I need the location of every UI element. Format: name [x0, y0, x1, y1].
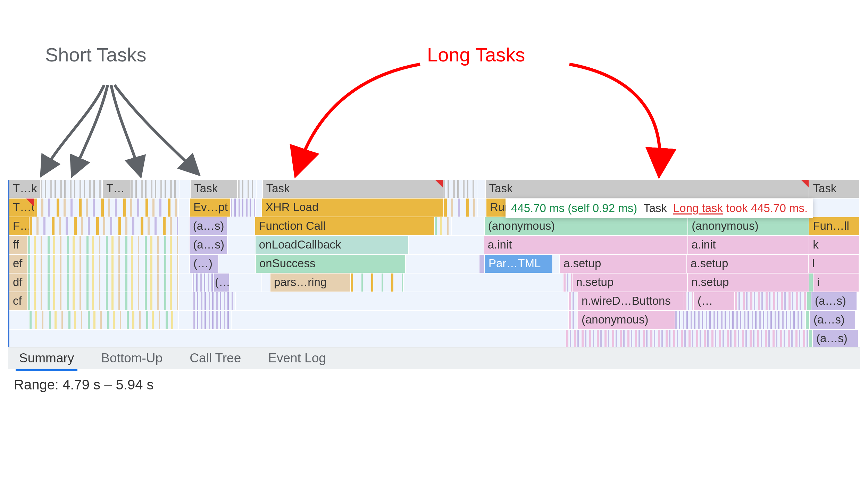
- gap: [477, 180, 485, 198]
- frame-bar[interactable]: a.init: [484, 236, 687, 254]
- tab-call-tree[interactable]: Call Tree: [188, 347, 242, 369]
- long-task-marker-icon: [435, 180, 443, 187]
- frame-bar[interactable]: n.setup: [688, 274, 809, 292]
- task-bar-long[interactable]: Task: [486, 180, 809, 198]
- gap: [232, 311, 568, 329]
- task-sliver-group[interactable]: [131, 180, 179, 198]
- frame-bar[interactable]: l: [809, 255, 859, 273]
- frame-bar[interactable]: ff: [9, 236, 27, 254]
- frame-bar[interactable]: XHR Load: [262, 199, 443, 217]
- task-sliver-group[interactable]: [238, 180, 256, 198]
- gap: [179, 199, 189, 217]
- frame-sliver-group[interactable]: [735, 292, 807, 310]
- gap: [178, 217, 189, 235]
- frame-bar[interactable]: T…d: [9, 199, 34, 217]
- frame-bar[interactable]: (a…s): [190, 217, 227, 235]
- tooltip-long-task-link[interactable]: Long task: [673, 202, 723, 214]
- frame-bar[interactable]: cf: [9, 292, 27, 310]
- frame-sliver[interactable]: [809, 330, 812, 348]
- gap: [219, 255, 255, 273]
- frame-bar[interactable]: a.setup: [560, 255, 686, 273]
- frame-sliver-group[interactable]: [193, 311, 231, 329]
- frame-sliver-group[interactable]: [30, 311, 178, 329]
- frame-bar[interactable]: (a…s): [810, 311, 855, 329]
- frame-sliver-group[interactable]: [193, 292, 235, 310]
- frame-sliver-group[interactable]: [569, 292, 577, 310]
- gap: [257, 180, 262, 198]
- gap: [409, 236, 484, 254]
- frame-sliver-group[interactable]: [566, 330, 808, 348]
- frame-bar[interactable]: a.setup: [687, 255, 808, 273]
- gap: [452, 217, 484, 235]
- frame-bar[interactable]: Ev…pt: [190, 199, 230, 217]
- frame-bar[interactable]: (a…s): [190, 236, 227, 254]
- frame-bar[interactable]: onSuccess: [256, 255, 405, 273]
- frame-sliver[interactable]: [806, 311, 809, 329]
- frame-sliver-group[interactable]: [28, 274, 178, 292]
- task-bar[interactable]: T…: [103, 180, 131, 198]
- frame-sliver-group[interactable]: [435, 217, 451, 235]
- frame-bar[interactable]: (…: [694, 292, 734, 310]
- frame-bar[interactable]: pars…ring: [270, 274, 350, 292]
- gap: [179, 292, 193, 310]
- long-task-marker-icon: [26, 199, 34, 206]
- gap: [227, 217, 254, 235]
- frame-bar[interactable]: i: [813, 274, 859, 292]
- gap: [256, 199, 261, 217]
- frame-bar[interactable]: a.init: [688, 236, 809, 254]
- frame-bar[interactable]: (a…s): [811, 292, 857, 310]
- frame-bar[interactable]: (anonymous): [688, 217, 809, 235]
- frame-bar[interactable]: (a…s): [813, 330, 858, 348]
- frame-bar[interactable]: k: [809, 236, 859, 254]
- frame-bar[interactable]: (anonymous): [578, 311, 675, 329]
- frame-bar[interactable]: (…: [214, 274, 229, 292]
- annotation-long-tasks: Long Tasks: [427, 43, 525, 66]
- gap: [229, 274, 261, 292]
- frame-sliver-group[interactable]: [28, 255, 178, 273]
- frame-sliver-group[interactable]: [34, 199, 178, 217]
- frame-sliver-group[interactable]: [30, 217, 178, 235]
- frame-sliver-group[interactable]: [569, 311, 577, 329]
- tab-summary[interactable]: Summary: [18, 347, 75, 369]
- tab-bottom-up[interactable]: Bottom-Up: [100, 347, 164, 369]
- frame-bar[interactable]: Fun…ll: [809, 217, 859, 235]
- gap: [179, 274, 192, 292]
- frame-sliver-group[interactable]: [28, 292, 178, 310]
- frame-bar[interactable]: ef: [9, 255, 27, 273]
- frame-bar[interactable]: df: [9, 274, 27, 292]
- frame-bar[interactable]: (…): [190, 255, 218, 273]
- frame-sliver[interactable]: [809, 274, 813, 292]
- gap: [478, 199, 486, 217]
- frame-sliver-group[interactable]: [231, 199, 255, 217]
- frame-bar[interactable]: n.wireD…Buttons: [578, 292, 684, 310]
- tab-event-log[interactable]: Event Log: [267, 347, 327, 369]
- frame-sliver-group[interactable]: [351, 274, 403, 292]
- task-bar[interactable]: Task: [809, 180, 859, 198]
- task-bar-long[interactable]: Task: [263, 180, 443, 198]
- frame-sliver-group[interactable]: [444, 199, 477, 217]
- frame-bar[interactable]: n.setup: [573, 274, 687, 292]
- task-bar[interactable]: Task: [191, 180, 237, 198]
- frame-sliver-group[interactable]: [684, 292, 693, 310]
- frame-sliver-group[interactable]: [564, 274, 572, 292]
- long-task-marker-icon: [801, 180, 809, 187]
- gap: [9, 311, 29, 329]
- frame-sliver-group[interactable]: [675, 311, 805, 329]
- tooltip-took-text: took 445.70 ms.: [726, 202, 808, 214]
- task-sliver-group[interactable]: [41, 180, 102, 198]
- frame-sliver[interactable]: [807, 292, 811, 310]
- frame-bar[interactable]: (anonymous): [485, 217, 688, 235]
- gap: [180, 180, 190, 198]
- gap: [262, 274, 270, 292]
- task-bar[interactable]: T…k: [9, 180, 40, 198]
- gap: [179, 255, 189, 273]
- frame-bar[interactable]: Function Call: [255, 217, 434, 235]
- tooltip-task-label: Task: [643, 202, 667, 215]
- frame-sliver-group[interactable]: [28, 236, 178, 254]
- frame-bar[interactable]: F…l: [9, 217, 29, 235]
- frame-bar[interactable]: onLoadCallback: [256, 236, 408, 254]
- frame-sliver-group[interactable]: [193, 274, 214, 292]
- frame-bar[interactable]: Par…TML: [485, 255, 552, 273]
- task-sliver-group[interactable]: [443, 180, 477, 198]
- frame-sliver[interactable]: [479, 255, 484, 273]
